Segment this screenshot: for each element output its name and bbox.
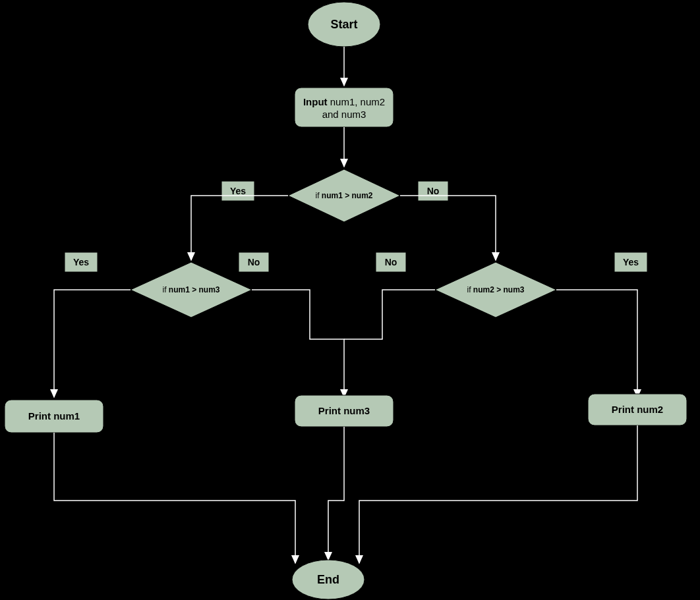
input-line2: and num3 — [322, 109, 366, 120]
print-num2-node: Print num2 — [588, 394, 687, 425]
connector-d3-p3 — [344, 290, 435, 339]
d3-prefix: if — [467, 285, 473, 294]
print-num3-node: Print num3 — [295, 395, 394, 427]
print-num1-node: Print num1 — [5, 400, 103, 433]
svg-text:No: No — [248, 257, 260, 267]
svg-text:No: No — [427, 186, 440, 196]
connector-p1-end — [54, 433, 295, 563]
end-node: End — [292, 560, 365, 599]
d2-prefix: if — [162, 285, 168, 294]
d1-cond: num1 > num2 — [322, 191, 373, 200]
decision-2: if num1 > num3 — [131, 262, 252, 317]
d2-yes-label: Yes — [65, 252, 98, 272]
d2-cond: num1 > num3 — [169, 285, 220, 294]
d2-no-label: No — [239, 252, 269, 272]
start-node: Start — [308, 2, 380, 47]
start-label: Start — [330, 18, 357, 31]
svg-text:Yes: Yes — [623, 257, 639, 267]
end-label: End — [317, 573, 339, 586]
connector-d2-p1 — [54, 290, 131, 397]
decision-3: if num2 > num3 — [435, 262, 556, 317]
d3-cond: num2 > num3 — [473, 285, 525, 294]
connector-d1-d3 — [400, 196, 496, 260]
svg-text:if num2 > num3: if num2 > num3 — [467, 285, 524, 294]
svg-text:if num1 > num2: if num1 > num2 — [315, 191, 372, 200]
connector-p2-end — [359, 425, 637, 563]
connector-d2-p3 — [252, 290, 344, 397]
d3-yes-label: Yes — [614, 252, 647, 272]
input-line1-rest: num1, num2 — [328, 96, 386, 107]
print-num2-label: Print num2 — [612, 404, 663, 415]
connector-p3-end — [328, 427, 344, 560]
svg-rect-1 — [295, 88, 394, 127]
connector-d1-d2 — [191, 196, 288, 260]
connector-d3-p2 — [556, 290, 637, 397]
svg-text:if num1 > num3: if num1 > num3 — [162, 285, 219, 294]
d1-yes-label: Yes — [221, 181, 254, 201]
input-line1-bold: Input — [303, 96, 328, 107]
svg-text:Input num1, num2: Input num1, num2 — [303, 96, 385, 107]
print-num3-label: Print num3 — [318, 405, 370, 416]
flowchart-canvas: Start Input num1, num2 and num3 if num1 … — [0, 0, 700, 600]
input-node: Input num1, num2 and num3 — [295, 88, 394, 127]
decision-1: if num1 > num2 — [288, 169, 400, 222]
print-num1-label: Print num1 — [28, 410, 80, 422]
svg-text:Yes: Yes — [230, 186, 246, 196]
svg-text:No: No — [385, 257, 397, 267]
svg-text:Yes: Yes — [73, 257, 89, 267]
d1-prefix: if — [315, 191, 321, 200]
d3-no-label: No — [376, 252, 406, 272]
d1-no-label: No — [418, 181, 448, 201]
